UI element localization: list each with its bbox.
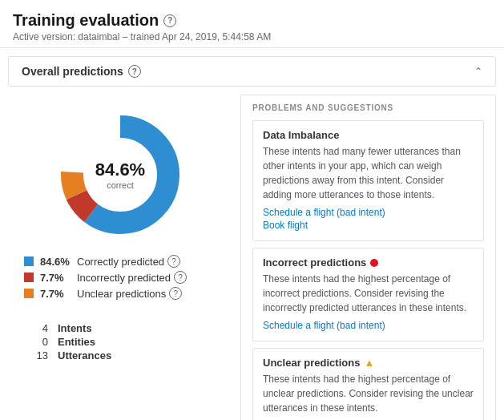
page-header: Training evaluation ? Active version: da… (0, 0, 504, 48)
right-panel: PROBLEMS AND SUGGESTIONS Data Imbalance … (240, 95, 496, 420)
stats-row-utterances: 13 Utterances (24, 349, 216, 361)
entities-label: Entities (58, 336, 95, 348)
donut-center: 84.6% correct (95, 160, 145, 190)
unclear-predictions-card: Unclear predictions ▲ These intents had … (252, 348, 484, 420)
data-imbalance-link-book[interactable]: Book flight (263, 220, 474, 231)
incorrect-predictions-link[interactable]: Schedule a flight (bad intent) (263, 320, 474, 331)
section-help-icon[interactable]: ? (128, 65, 141, 78)
problems-title: PROBLEMS AND SUGGESTIONS (252, 103, 484, 112)
error-dot-icon (370, 259, 378, 267)
legend-color-incorrect (24, 273, 34, 282)
legend-item-incorrect: 7.7% Incorrectly predicted ? (24, 271, 216, 284)
legend-text-incorrect: Incorrectly predicted ? (77, 271, 187, 284)
donut-chart: 84.6% correct (56, 111, 184, 239)
incorrect-predictions-card: Incorrect predictions These intents had … (252, 248, 484, 341)
legend-item-unclear: 7.7% Unclear predictions ? (24, 287, 216, 300)
unclear-predictions-desc: These intents had the highest percentage… (263, 372, 474, 415)
warning-triangle-icon: ▲ (364, 357, 374, 369)
title-help-icon[interactable]: ? (163, 14, 176, 27)
data-imbalance-link-schedule[interactable]: Schedule a flight (bad intent) (263, 207, 474, 218)
donut-percentage: 84.6% (95, 160, 145, 180)
legend-color-correct (24, 256, 34, 266)
left-panel: 84.6% correct 84.6% Correctly predicted … (8, 95, 232, 420)
legend-text-correct: Correctly predicted ? (77, 255, 180, 268)
correctly-predicted-help[interactable]: ? (167, 255, 180, 268)
intents-label: Intents (58, 322, 92, 334)
section-title: Overall predictions ? (22, 65, 141, 78)
legend-pct-correct: 84.6% (40, 256, 71, 268)
main-content: 84.6% correct 84.6% Correctly predicted … (0, 87, 504, 420)
stats-row-entities: 0 Entities (24, 336, 216, 348)
unclear-predictions-help[interactable]: ? (169, 287, 182, 300)
data-imbalance-desc: These intents had many fewer utterances … (263, 144, 474, 202)
legend: 84.6% Correctly predicted ? 7.7% Incorre… (8, 247, 232, 311)
utterances-count: 13 (24, 349, 48, 361)
incorrectly-predicted-help[interactable]: ? (174, 271, 187, 284)
legend-pct-unclear: 7.7% (40, 288, 71, 300)
incorrect-predictions-desc: These intents had the highest percentage… (263, 272, 474, 315)
intents-count: 4 (24, 322, 48, 334)
page-title: Training evaluation ? (13, 11, 491, 30)
entities-count: 0 (24, 336, 48, 348)
utterances-label: Utterances (58, 349, 111, 361)
legend-text-unclear: Unclear predictions ? (77, 287, 182, 300)
page-subtitle: Active version: dataimbal – trained Apr … (13, 31, 491, 42)
unclear-predictions-title: Unclear predictions ▲ (263, 357, 474, 369)
data-imbalance-title: Data Imbalance (263, 129, 474, 141)
donut-container: 84.6% correct (8, 95, 232, 247)
collapse-icon[interactable]: ⌃ (474, 66, 482, 77)
title-text: Training evaluation (13, 11, 159, 30)
legend-color-unclear (24, 289, 34, 298)
stats-table: 4 Intents 0 Entities 13 Utterances (8, 316, 232, 370)
data-imbalance-card: Data Imbalance These intents had many fe… (252, 120, 484, 241)
legend-item-correct: 84.6% Correctly predicted ? (24, 255, 216, 268)
incorrect-predictions-title: Incorrect predictions (263, 256, 474, 269)
legend-pct-incorrect: 7.7% (40, 272, 71, 284)
stats-row-intents: 4 Intents (24, 322, 216, 334)
section-title-text: Overall predictions (22, 65, 123, 78)
donut-label: correct (95, 180, 145, 190)
overall-predictions-section: Overall predictions ? ⌃ (8, 56, 496, 87)
